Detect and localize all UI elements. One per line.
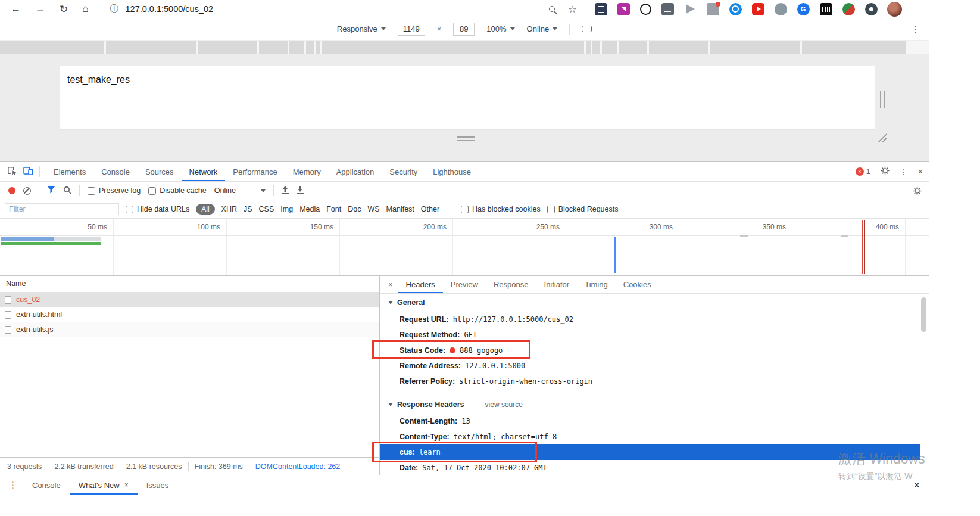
search-icon[interactable] [63,186,71,196]
zoom-select[interactable]: 100% [486,24,514,33]
preserve-log-toggle[interactable]: Preserve log [88,186,141,195]
viewport-width-input[interactable] [398,23,425,36]
hide-data-urls-checkbox[interactable] [126,206,133,213]
settings-gear-icon[interactable] [881,166,890,177]
tab-lighthouse[interactable]: Lighthouse [425,162,479,181]
scrollbar-thumb[interactable] [921,297,926,332]
inspect-element-icon[interactable] [7,166,17,178]
request-row[interactable]: cus_02 [0,293,379,307]
clear-icon[interactable] [23,187,31,195]
filter-type-font[interactable]: Font [326,205,341,213]
preserve-log-checkbox[interactable] [88,187,95,195]
filter-type-xhr[interactable]: XHR [221,205,237,213]
drawer-close-icon[interactable]: × [915,480,919,490]
resize-handle-bottom[interactable] [457,136,475,141]
request-row[interactable]: extn-utils.html [0,307,379,322]
extension-icon-8[interactable] [752,3,764,15]
extension-icon-1[interactable] [595,3,607,15]
site-info-icon[interactable]: ⓘ [110,4,118,14]
tab-preview[interactable]: Preview [443,276,486,293]
filter-input[interactable] [5,203,119,215]
device-type-select[interactable]: Responsive [337,24,386,33]
extension-icon-3[interactable] [640,4,651,15]
disable-cache-toggle[interactable]: Disable cache [148,186,207,195]
throttle-select[interactable]: Online [527,24,558,33]
tab-security[interactable]: Security [382,162,425,181]
rotate-viewport-icon[interactable] [582,26,592,32]
extension-icon-5[interactable] [684,3,697,15]
filter-type-media[interactable]: Media [299,205,320,213]
url-bar[interactable]: ⓘ 127.0.0.1:5000/cus_02 ☆ [105,2,582,16]
filter-type-img[interactable]: Img [280,205,293,213]
tab-cookies[interactable]: Cookies [616,276,659,293]
extension-icon-12[interactable] [842,3,855,15]
blocked-requests-checkbox[interactable] [547,206,555,213]
close-details-icon[interactable]: × [380,280,398,289]
tab-network[interactable]: Network [182,162,226,181]
disable-cache-checkbox[interactable] [148,187,156,195]
export-har-icon[interactable] [297,186,304,196]
response-headers-section-header[interactable]: Response Headers view source [380,396,929,414]
back-icon[interactable]: ← [11,3,21,15]
tab-initiator[interactable]: Initiator [536,276,578,293]
drawer-tab-issues[interactable]: Issues [138,475,178,495]
extension-icon-7[interactable] [729,3,742,15]
viewport-height-input[interactable] [453,23,475,36]
home-icon[interactable]: ⌂ [82,3,88,15]
extension-icon-4[interactable] [661,3,674,15]
filter-type-css[interactable]: CSS [259,205,274,213]
name-column-header[interactable]: Name [0,276,379,293]
has-blocked-cookies-checkbox[interactable] [461,206,469,213]
hide-data-urls-toggle[interactable]: Hide data URLs [126,205,189,213]
request-row[interactable]: extn-utils.js [0,322,379,337]
drawer-menu-icon[interactable]: ⋮ [0,480,23,490]
general-section-header[interactable]: General [380,294,929,312]
tab-performance[interactable]: Performance [225,162,285,181]
filter-funnel-icon[interactable] [47,186,55,195]
tab-sources[interactable]: Sources [138,162,182,181]
blocked-requests-toggle[interactable]: Blocked Requests [547,205,619,213]
error-count-badge[interactable]: × 1 [856,167,870,176]
tab-console[interactable]: Console [93,162,138,181]
tab-timing[interactable]: Timing [577,276,616,293]
filter-type-other[interactable]: Other [421,205,439,213]
extension-icon-11[interactable] [820,3,832,15]
device-toolbar-menu-icon[interactable]: ⋮ [911,24,920,35]
view-source-link[interactable]: view source [485,400,523,409]
filter-type-js[interactable]: JS [244,205,252,213]
filter-type-doc[interactable]: Doc [348,205,361,213]
network-throttle-select[interactable]: Online [214,186,266,195]
forward-icon[interactable]: → [35,3,45,15]
drawer-tab-whats-new[interactable]: What's New × [70,475,138,495]
header-row-cus-highlighted[interactable]: cus: learn [380,444,920,460]
extension-icon-10[interactable] [797,3,810,15]
extension-icon-9[interactable] [775,3,787,15]
devtools-close-icon[interactable]: × [918,167,923,176]
filter-type-manifest[interactable]: Manifest [386,205,414,213]
network-settings-gear-icon[interactable] [913,186,922,197]
tab-application[interactable]: Application [329,162,382,181]
finish-time: Finish: 369 ms [195,462,243,471]
close-tab-icon[interactable]: × [124,481,129,489]
zoom-icon[interactable] [549,6,555,12]
profile-avatar[interactable] [887,2,902,17]
extension-icon-6[interactable] [707,3,719,15]
reload-icon[interactable]: ↻ [60,3,68,15]
filter-type-ws[interactable]: WS [367,205,379,213]
tab-headers[interactable]: Headers [398,276,443,293]
bookmark-star-icon[interactable]: ☆ [568,4,576,15]
device-toolbar-toggle-icon[interactable] [23,166,33,177]
tab-elements[interactable]: Elements [46,162,93,181]
extension-icon-2[interactable] [617,3,630,15]
drawer-tab-console[interactable]: Console [23,475,70,495]
record-button[interactable] [8,187,15,194]
tab-memory[interactable]: Memory [285,162,329,181]
filter-type-all[interactable]: All [196,204,214,215]
tab-response[interactable]: Response [486,276,536,293]
resize-handle-corner[interactable] [878,133,887,142]
has-blocked-cookies-toggle[interactable]: Has blocked cookies [461,205,541,213]
extension-icon-13[interactable] [865,3,878,15]
devtools-menu-icon[interactable]: ⋮ [900,167,908,176]
resize-handle-right[interactable] [880,91,885,108]
import-har-icon[interactable] [282,186,289,196]
